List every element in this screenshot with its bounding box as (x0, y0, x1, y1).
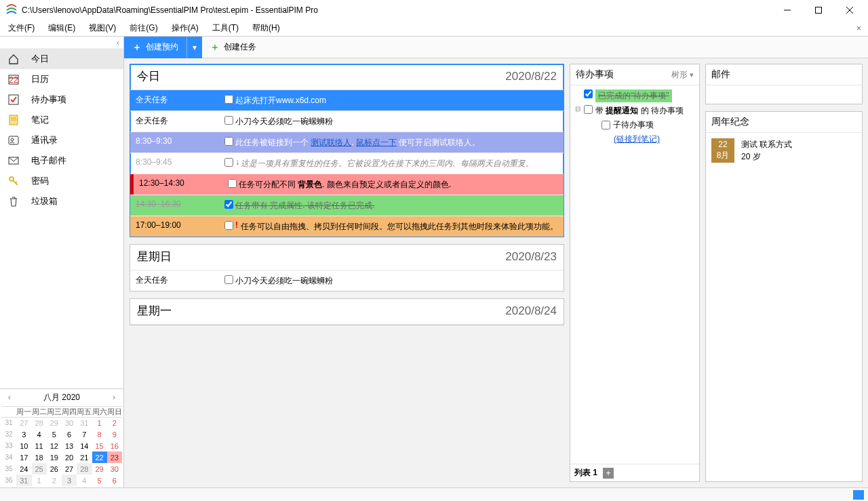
event-text[interactable]: 此任务被链接到一个 测试联络人. 鼠标点一下 便可开启测试联络人。 (235, 132, 564, 153)
minical-day[interactable]: 28 (77, 463, 92, 475)
minical-day[interactable]: 29 (92, 463, 107, 475)
nav-passwords[interactable]: 密码 (0, 171, 123, 191)
minical-day[interactable]: 24 (16, 463, 31, 475)
tree-toggle-icon[interactable]: ⊟ (574, 105, 581, 113)
minical-day[interactable]: 2 (47, 475, 62, 486)
minical-day[interactable]: 5 (47, 428, 62, 440)
agenda-row[interactable]: 全天任务小刀今天必须吃一碗螺蛳粉 (130, 111, 564, 132)
minical-day[interactable]: 1 (32, 475, 47, 486)
add-list-button[interactable]: + (603, 468, 614, 479)
agenda-row[interactable]: 全天任务小刀今天必须吃一碗螺蛳粉 (130, 270, 564, 291)
event-text[interactable]: 任务带有 完成属性. 该特定任务已完成. (235, 195, 564, 216)
new-appointment-dropdown[interactable]: ▾ (186, 37, 202, 58)
event-checkbox[interactable] (224, 137, 233, 146)
nav-contacts[interactable]: 通讯录 (0, 130, 123, 151)
agenda-row[interactable]: 8:30–9:30此任务被链接到一个 测试联络人. 鼠标点一下 便可开启测试联络… (130, 132, 564, 153)
new-appointment-button[interactable]: ＋ 创建预约 (124, 37, 186, 58)
agenda-row[interactable]: 全天任务起床先打开www.x6d.com (130, 90, 564, 111)
close-button[interactable] (834, 0, 865, 20)
minimize-button[interactable] (772, 0, 803, 20)
status-monitor-icon[interactable] (853, 490, 864, 500)
nav-notes[interactable]: 笔记 (0, 110, 123, 130)
nav-today[interactable]: 今日 (0, 49, 123, 69)
minical-day[interactable]: 16 (107, 440, 122, 452)
minical-day[interactable]: 13 (62, 440, 77, 452)
minical-day[interactable]: 29 (47, 417, 62, 428)
menu-go[interactable]: 前往(G) (123, 20, 164, 36)
minical-day[interactable]: 17 (16, 452, 31, 463)
todo-list-tab[interactable]: 列表 1 (574, 467, 597, 479)
minical-day[interactable]: 4 (77, 475, 92, 486)
todo-checkbox[interactable] (584, 105, 593, 114)
minical-next[interactable]: › (108, 393, 119, 402)
event-text[interactable]: 小刀今天必须吃一碗螺蛳粉 (235, 270, 564, 291)
minical-day[interactable]: 8 (92, 428, 107, 440)
minical-day[interactable]: 2 (107, 417, 122, 428)
minical-day[interactable]: 30 (62, 417, 77, 428)
minical-day[interactable]: 9 (107, 428, 122, 440)
minical-day[interactable]: 22 (92, 452, 107, 463)
minical-day[interactable]: 6 (62, 428, 77, 440)
maximize-button[interactable] (803, 0, 834, 20)
minical-day[interactable]: 3 (16, 428, 31, 440)
minical-day[interactable]: 27 (62, 463, 77, 475)
minical-day[interactable]: 3 (62, 475, 77, 486)
minical-day[interactable]: 19 (47, 452, 62, 463)
event-text[interactable]: 任务可分配不同 背景色. 颜色来自预定义或者自定义的颜色. (239, 174, 564, 195)
todo-checkbox[interactable] (601, 121, 610, 129)
agenda-row[interactable]: 17:00–19:00!任务可以自由拖拽、拷贝到任何时间段。您可以拖拽此任务到其… (130, 216, 564, 237)
event-checkbox[interactable] (224, 158, 233, 167)
menu-file[interactable]: 文件(F) (1, 20, 41, 36)
minical-day[interactable]: 31 (77, 417, 92, 428)
anniversary-entry[interactable]: 测试 联系方式 20 岁 (741, 138, 792, 163)
event-text[interactable]: 任务可以自由拖拽、拷贝到任何时间段。您可以拖拽此任务到其他时段来体验此项功能。 (241, 216, 564, 237)
event-text[interactable]: 起床先打开www.x6d.com (235, 90, 564, 111)
event-checkbox[interactable] (224, 95, 233, 104)
minical-day[interactable]: 20 (62, 452, 77, 463)
minical-day[interactable]: 30 (107, 463, 122, 475)
agenda-row[interactable]: 14:30–16:30任务带有 完成属性. 该特定任务已完成. (130, 195, 564, 216)
nav-todo[interactable]: 待办事项 (0, 89, 123, 110)
minical-day[interactable]: 5 (92, 475, 107, 486)
event-checkbox[interactable] (224, 275, 233, 284)
sidebar-collapse-button[interactable]: ‹ (0, 37, 123, 49)
minical-day[interactable]: 31 (16, 475, 31, 486)
todo-item-done[interactable]: 已完成的"待办事项" (574, 88, 695, 104)
todo-view-dropdown[interactable]: 树形 ▾ (671, 69, 694, 81)
event-checkbox[interactable] (224, 200, 233, 209)
minical-day[interactable]: 10 (16, 440, 31, 452)
nav-mail[interactable]: 电子邮件 (0, 151, 123, 171)
new-task-button[interactable]: ＋ 创建任务 (202, 37, 264, 58)
minical-day[interactable]: 27 (16, 417, 31, 428)
minical-day[interactable]: 4 (32, 428, 47, 440)
minical-day[interactable]: 15 (92, 440, 107, 452)
menu-view[interactable]: 视图(V) (82, 20, 123, 36)
minical-day[interactable]: 21 (77, 452, 92, 463)
minical-day[interactable]: 1 (92, 417, 107, 428)
minical-day[interactable]: 18 (32, 452, 47, 463)
menu-action[interactable]: 操作(A) (165, 20, 205, 36)
minical-prev[interactable]: ‹ (4, 393, 15, 402)
nav-calendar[interactable]: 22 日历 (0, 69, 123, 89)
nav-trash[interactable]: 垃圾箱 (0, 191, 123, 212)
menu-edit[interactable]: 编辑(E) (41, 20, 82, 36)
minical-day[interactable]: 28 (32, 417, 47, 428)
agenda-row[interactable]: 8:30–9:45↓这是一项具有重复性的任务。它被设置为在接下来的三周内、每隔两… (130, 153, 564, 174)
minical-day[interactable]: 7 (77, 428, 92, 440)
minical-day[interactable]: 14 (77, 440, 92, 452)
minical-day[interactable]: 12 (47, 440, 62, 452)
event-checkbox[interactable] (224, 116, 233, 125)
todo-item-child[interactable]: 子待办事项 (链接到笔记) (574, 118, 695, 146)
minical-day[interactable]: 6 (107, 475, 122, 486)
action-link[interactable]: 鼠标点一下 (356, 138, 397, 147)
menu-help[interactable]: 帮助(H) (245, 20, 287, 36)
agenda-row[interactable]: 12:30–14:30任务可分配不同 背景色. 颜色来自预定义或者自定义的颜色. (130, 174, 564, 195)
event-text[interactable]: 小刀今天必须吃一碗螺蛳粉 (235, 111, 564, 132)
minical-day[interactable]: 11 (32, 440, 47, 452)
todo-child-link[interactable]: (链接到笔记) (614, 134, 660, 145)
menu-tools[interactable]: 工具(T) (205, 20, 245, 36)
event-checkbox[interactable] (224, 221, 233, 230)
minical-day[interactable]: 23 (107, 452, 122, 463)
minical-title[interactable]: 八月 2020 (43, 392, 80, 403)
minical-day[interactable]: 25 (32, 463, 47, 475)
